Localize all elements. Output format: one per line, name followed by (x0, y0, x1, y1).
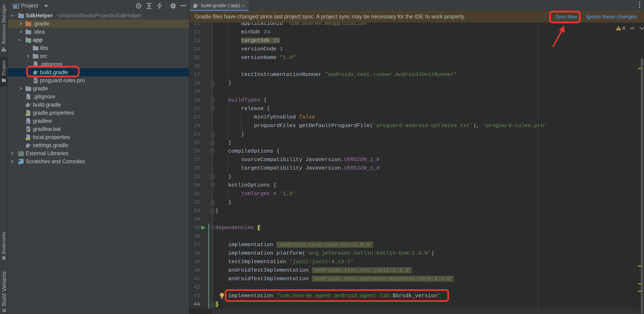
svg-text:C++: C++ (26, 122, 29, 124)
